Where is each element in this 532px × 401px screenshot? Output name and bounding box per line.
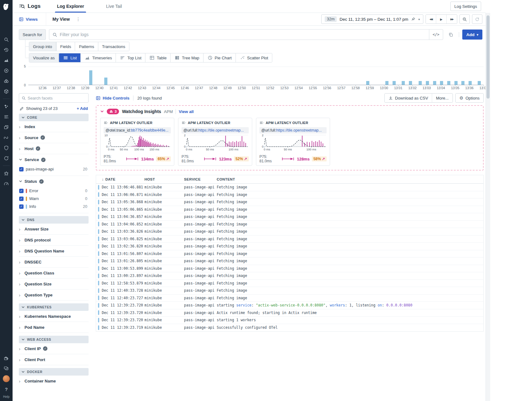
metrics-icon[interactable] xyxy=(0,55,13,65)
rum-icon[interactable] xyxy=(0,122,13,132)
history-icon[interactable] xyxy=(0,45,13,55)
timeline-bar[interactable] xyxy=(89,70,92,85)
processes-icon[interactable] xyxy=(0,101,13,111)
facet-item-host[interactable]: ›Host✓ xyxy=(19,143,89,154)
visualize-top-list[interactable]: Top List xyxy=(116,53,145,62)
search-icon[interactable] xyxy=(0,34,13,45)
view-kebab-icon[interactable]: ⋮ xyxy=(75,17,82,22)
pin-icon[interactable] xyxy=(411,17,415,21)
facet-section-web-access[interactable]: WEB ACCESS xyxy=(19,336,89,343)
code-view-button[interactable]: </> xyxy=(429,30,443,40)
timeline-bar[interactable] xyxy=(469,81,472,85)
time-play-button[interactable]: ▶ xyxy=(436,15,447,24)
log-settings-button[interactable]: Log Settings xyxy=(450,2,481,11)
facet-item-client-ip[interactable]: ›Client IP✓ xyxy=(19,343,89,354)
group-into-transactions[interactable]: Transactions xyxy=(98,42,129,51)
table-row[interactable]: Dec 11 13:02:36.820minikubepass-image-ap… xyxy=(96,243,483,250)
facet-section-kubernetes[interactable]: KUBERNETES xyxy=(19,303,89,311)
watchdog-card[interactable]: APM LATENCY OUTLIER @url.full:https://ti… xyxy=(256,118,330,166)
facet-item-kubernetes-namespace[interactable]: ›Kubernetes Namespace xyxy=(19,311,89,322)
group-into-fields[interactable]: Fields xyxy=(57,42,75,51)
facet-item-question-type[interactable]: ›Question Type xyxy=(19,290,89,301)
infrastructure-icon[interactable] xyxy=(0,86,13,96)
facet-item-pod-name[interactable]: ›Pod Name xyxy=(19,322,89,333)
table-row[interactable]: Dec 11 13:06:06.871minikubepass-image-ap… xyxy=(96,191,483,199)
table-row[interactable]: Dec 11 12:40:33.728minikubepass-image-ap… xyxy=(96,287,483,295)
checkbox-checked[interactable]: ✓ xyxy=(19,197,24,201)
watchdog-card-query[interactable]: @otel.trace_id:bb779c4eafdbe449e... xyxy=(104,127,171,133)
visualize-pie-chart[interactable]: Pie Chart xyxy=(204,53,236,62)
table-row[interactable]: Dec 11 12:40:23.727minikubepass-image-ap… xyxy=(96,295,483,302)
facet-item-client-port[interactable]: ›Client Port xyxy=(19,354,89,365)
facet-item-source[interactable]: ›Source✓ xyxy=(19,132,89,143)
facet-value-error[interactable]: ✓Error0 xyxy=(19,187,89,195)
watchdog-icon[interactable] xyxy=(0,76,13,86)
facet-section-docker[interactable]: DOCKER xyxy=(19,368,89,376)
facet-section-core[interactable]: CORE xyxy=(19,114,89,121)
watchdog-card-query[interactable]: @url.full:https://tile.openstreetmap... xyxy=(259,127,327,133)
facet-item-question-class[interactable]: ›Question Class xyxy=(19,268,89,279)
column-header-content[interactable]: CONTENT xyxy=(217,177,483,181)
timeline-bar[interactable] xyxy=(393,81,396,85)
watchdog-card[interactable]: APM LATENCY OUTLIER @url.full:https://ti… xyxy=(178,118,252,166)
page-scrollbar[interactable] xyxy=(486,13,490,401)
copy-icon[interactable] xyxy=(446,30,456,39)
watchdog-collapse-icon[interactable] xyxy=(100,110,104,113)
facet-item-answer-size[interactable]: ›Answer Size xyxy=(19,224,89,235)
time-back-button[interactable]: ◀◀ xyxy=(426,15,436,24)
security-icon[interactable] xyxy=(0,143,13,153)
table-row[interactable]: Dec 11 13:05:06.865minikubepass-image-ap… xyxy=(96,206,483,214)
table-row[interactable]: Dec 11 12:58:53.879minikubepass-image-ap… xyxy=(96,280,483,287)
visualize-tree-map[interactable]: Tree Map xyxy=(171,53,203,62)
facet-section-dns[interactable]: DNS xyxy=(19,216,89,224)
time-range-picker[interactable]: 32m Dec 11, 12:35 pm – Dec 11, 1:07 pm ▾ xyxy=(321,14,423,24)
bug-tracking-icon[interactable] xyxy=(0,168,13,178)
table-row[interactable]: Dec 11 13:03:06.825minikubepass-image-ap… xyxy=(96,236,483,243)
zoom-out-button[interactable] xyxy=(459,14,470,24)
group-into-patterns[interactable]: Patterns xyxy=(75,42,98,51)
visualize-scatter-plot[interactable]: Scatter Plot xyxy=(236,53,272,62)
checkbox-checked[interactable]: ✓ xyxy=(19,204,24,209)
user-avatar[interactable] xyxy=(3,375,10,382)
facet-item-dns-question-name[interactable]: ›DNS Question Name xyxy=(19,246,89,257)
facet-item-status[interactable]: Status✓ xyxy=(19,176,89,187)
facet-item-service[interactable]: Service✓ xyxy=(19,154,89,165)
watchdog-card-query[interactable]: @url.full:https://tile.openstreetmap... xyxy=(182,127,249,133)
timeline-bar[interactable] xyxy=(402,81,405,85)
visualize-timeseries[interactable]: Timeseries xyxy=(81,53,116,62)
synthetics-icon[interactable] xyxy=(0,153,13,163)
help-icon[interactable]: ? xyxy=(0,384,13,394)
refresh-button[interactable] xyxy=(472,14,482,24)
table-row[interactable]: Dec 11 12:39:23.720minikubepass-image-ap… xyxy=(96,302,483,309)
watchdog-view-all-link[interactable]: View all xyxy=(179,109,193,114)
monitors-icon[interactable] xyxy=(0,65,13,76)
tab-log-explorer[interactable]: Log Explorer xyxy=(55,0,86,13)
edit-facets-icon[interactable] xyxy=(19,106,24,111)
watchdog-card[interactable]: APM LATENCY OUTLIER @otel.trace_id:bb779… xyxy=(100,118,174,166)
checkbox-checked[interactable]: ✓ xyxy=(19,167,24,171)
timeline-bar[interactable] xyxy=(478,81,481,85)
table-row[interactable]: Dec 11 13:01:26.805minikubepass-image-ap… xyxy=(96,257,483,265)
column-header-host[interactable]: HOST xyxy=(144,177,184,181)
table-row[interactable]: Dec 11 12:39:23.720minikubepass-image-ap… xyxy=(96,317,483,324)
tab-live-tail[interactable]: Live Tail xyxy=(104,0,124,13)
timeline-bar[interactable] xyxy=(447,81,450,85)
timeline-bar[interactable] xyxy=(366,81,369,85)
datadog-logo[interactable] xyxy=(2,2,11,12)
timeline-bar[interactable] xyxy=(426,81,429,85)
table-row[interactable]: Dec 11 13:00:53.899minikubepass-image-ap… xyxy=(96,265,483,273)
timeline-bar[interactable] xyxy=(419,81,422,85)
timeline-bar[interactable] xyxy=(433,81,436,85)
facet-value-pass-image-api[interactable]: ✓pass-image-api20 xyxy=(19,165,89,173)
facet-search-input[interactable] xyxy=(28,96,88,100)
facet-item-dns-protocol[interactable]: ›DNS protocol xyxy=(19,235,89,246)
facet-value-info[interactable]: ✓Info20 xyxy=(19,203,89,210)
timeline-bar[interactable] xyxy=(454,81,458,85)
scrollbar-thumb[interactable] xyxy=(486,15,490,99)
download-csv-button[interactable]: Download as CSV xyxy=(385,94,432,102)
table-row[interactable]: Dec 11 13:01:56.807minikubepass-image-ap… xyxy=(96,250,483,258)
table-row[interactable]: Dec 11 13:04:36.857minikubepass-image-ap… xyxy=(96,213,483,221)
table-row[interactable]: Dec 11 13:03:36.826minikubepass-image-ap… xyxy=(96,228,483,236)
column-header-date[interactable]: ↓DATE xyxy=(102,177,144,182)
timeline-bar[interactable] xyxy=(440,81,443,85)
